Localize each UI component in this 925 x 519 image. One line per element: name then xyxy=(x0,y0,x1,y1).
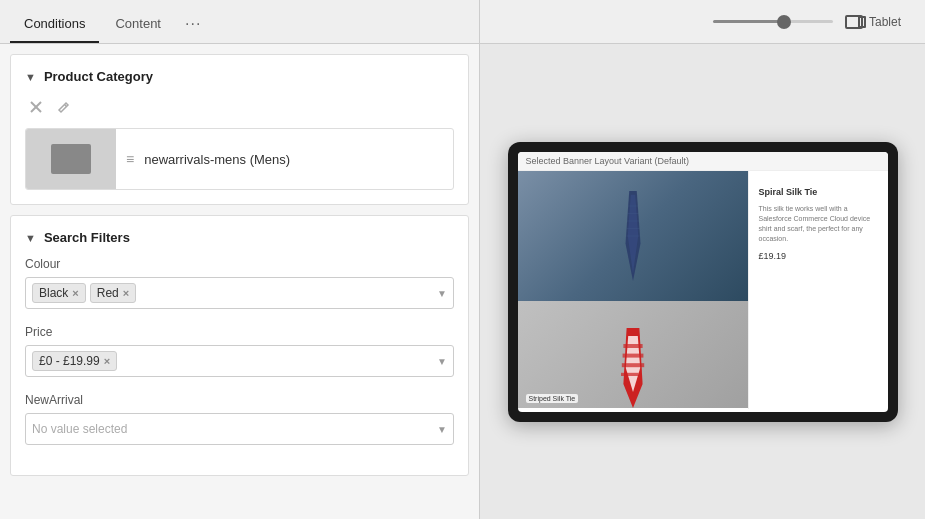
product-category-chevron[interactable]: ▼ xyxy=(25,71,36,83)
search-filters-header: ▼ Search Filters xyxy=(25,230,454,245)
category-drag-handle[interactable]: ≡ xyxy=(116,151,144,167)
newarrival-no-value: No value selected xyxy=(32,420,127,438)
colour-tag-black: Black × xyxy=(32,283,86,303)
search-filters-title: Search Filters xyxy=(44,230,130,245)
colour-tag-red-remove[interactable]: × xyxy=(123,287,129,299)
price-filter-input[interactable]: £0 - £19.99 × ▼ xyxy=(25,345,454,377)
preview-area: Selected Banner Layout Variant (Default) xyxy=(480,44,925,519)
tie-main-image xyxy=(608,191,658,281)
tab-content[interactable]: Content xyxy=(101,6,175,43)
tab-more[interactable]: ··· xyxy=(177,5,209,43)
screen-header: Selected Banner Layout Variant (Default) xyxy=(518,152,888,171)
category-thumb-image xyxy=(51,144,91,174)
category-item: ≡ newarrivals-mens (Mens) xyxy=(25,128,454,190)
striped-tie-image xyxy=(603,328,663,408)
screen-body: Striped Silk Tie Spiral Silk Tie This si… xyxy=(518,171,888,409)
newarrival-filter-input[interactable]: No value selected ▼ xyxy=(25,413,454,445)
tablet-label: Tablet xyxy=(869,15,901,29)
price-tag: £0 - £19.99 × xyxy=(32,351,117,371)
price-dropdown-arrow: ▼ xyxy=(437,356,447,367)
product-category-header: ▼ Product Category xyxy=(25,69,454,84)
newarrival-filter-label: NewArrival xyxy=(25,393,454,407)
colour-tag-red-value: Red xyxy=(97,286,119,300)
product-image-top xyxy=(518,171,748,302)
product-bottom-label: Striped Silk Tie xyxy=(526,394,579,403)
delete-icon xyxy=(29,100,43,114)
category-thumbnail xyxy=(26,129,116,189)
product-main: Striped Silk Tie xyxy=(518,171,748,409)
price-tag-value: £0 - £19.99 xyxy=(39,354,100,368)
tab-conditions[interactable]: Conditions xyxy=(10,6,99,43)
product-category-actions xyxy=(25,96,454,118)
tablet-icon xyxy=(845,15,863,29)
left-panel: Conditions Content ··· ▼ Product Categor… xyxy=(0,0,480,519)
colour-tag-black-value: Black xyxy=(39,286,68,300)
product-info-desc: This silk tie works well with a Salesfor… xyxy=(759,204,878,243)
zoom-slider[interactable] xyxy=(713,20,833,23)
newarrival-dropdown-arrow: ▼ xyxy=(437,424,447,435)
colour-filter-row: Colour Black × Red × ▼ xyxy=(25,257,454,309)
product-image-bottom xyxy=(518,301,748,408)
product-category-title: Product Category xyxy=(44,69,153,84)
svg-rect-15 xyxy=(621,373,639,376)
colour-tag-red: Red × xyxy=(90,283,136,303)
product-info-title: Spiral Silk Tie xyxy=(759,187,878,199)
device-frame: Selected Banner Layout Variant (Default) xyxy=(508,142,898,422)
svg-rect-14 xyxy=(621,364,643,368)
colour-filter-input[interactable]: Black × Red × ▼ xyxy=(25,277,454,309)
price-filter-label: Price xyxy=(25,325,454,339)
product-info-price: £19.19 xyxy=(759,251,878,261)
edit-icon xyxy=(57,100,71,114)
screen-header-label: Selected Banner Layout Variant (Default) xyxy=(526,156,689,166)
svg-rect-12 xyxy=(623,344,642,348)
category-name-label: newarrivals-mens (Mens) xyxy=(144,152,290,167)
price-tag-remove[interactable]: × xyxy=(104,355,110,367)
product-category-section: ▼ Product Category xyxy=(10,54,469,205)
search-filters-chevron[interactable]: ▼ xyxy=(25,232,36,244)
delete-category-button[interactable] xyxy=(25,96,47,118)
price-filter-row: Price £0 - £19.99 × ▼ xyxy=(25,325,454,377)
product-info: Spiral Silk Tie This silk tie works well… xyxy=(748,171,888,409)
device-screen: Selected Banner Layout Variant (Default) xyxy=(518,152,888,412)
colour-tag-black-remove[interactable]: × xyxy=(72,287,78,299)
tablet-view-button[interactable]: Tablet xyxy=(845,15,901,29)
colour-dropdown-arrow: ▼ xyxy=(437,288,447,299)
zoom-slider-wrap xyxy=(713,20,833,23)
svg-line-2 xyxy=(65,105,67,107)
colour-filter-label: Colour xyxy=(25,257,454,271)
right-toolbar: Tablet xyxy=(480,0,925,44)
edit-category-button[interactable] xyxy=(53,96,75,118)
newarrival-filter-row: NewArrival No value selected ▼ xyxy=(25,393,454,445)
panel-content: ▼ Product Category xyxy=(0,44,479,519)
svg-rect-13 xyxy=(622,354,643,358)
tabs-bar: Conditions Content ··· xyxy=(0,0,479,44)
right-panel: Tablet Selected Banner Layout Variant (D… xyxy=(480,0,925,519)
search-filters-section: ▼ Search Filters Colour Black × Red × ▼ xyxy=(10,215,469,476)
